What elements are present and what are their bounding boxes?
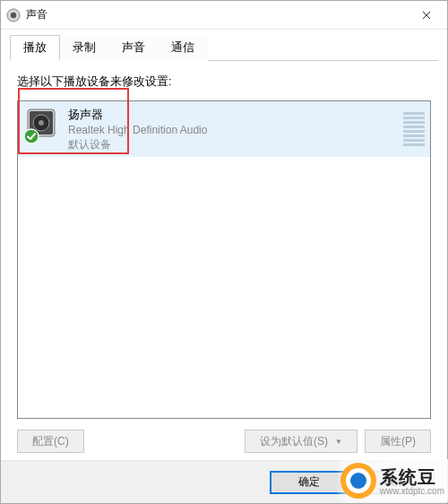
titlebar: 声音 (1, 1, 447, 30)
properties-button[interactable]: 属性(P) (365, 430, 431, 453)
device-status: 默认设备 (68, 137, 207, 152)
device-icon (25, 107, 61, 143)
set-default-button[interactable]: 设为默认值(S) ▼ (245, 430, 358, 453)
dialog-title: 声音 (26, 7, 47, 22)
device-text: 扬声器 Realtek High Definition Audio 默认设备 (68, 107, 207, 152)
playback-device-list[interactable]: 扬声器 Realtek High Definition Audio 默认设备 (17, 100, 431, 419)
svg-point-6 (24, 129, 39, 143)
playback-button-row: 配置(C) 设为默认值(S) ▼ 属性(P) (17, 430, 431, 453)
caret-down-icon: ▼ (335, 438, 342, 446)
tab-playback[interactable]: 播放 (10, 35, 60, 61)
tab-content-playback: 选择以下播放设备来修改设置: 扬声器 (1, 61, 447, 460)
svg-point-1 (11, 12, 16, 17)
close-button[interactable] (406, 1, 447, 29)
watermark: 系统豆 www.xtdptc.com (335, 459, 448, 502)
watermark-url: www.xtdptc.com (380, 486, 444, 496)
tab-recording[interactable]: 录制 (59, 35, 109, 61)
configure-button[interactable]: 配置(C) (17, 430, 84, 453)
level-meter (403, 110, 425, 146)
device-item-speakers[interactable]: 扬声器 Realtek High Definition Audio 默认设备 (18, 101, 430, 157)
svg-point-5 (39, 120, 44, 126)
tab-communications[interactable]: 通信 (158, 35, 208, 61)
device-driver: Realtek High Definition Audio (68, 123, 207, 137)
sound-dialog-icon (6, 8, 21, 22)
watermark-logo-icon (340, 463, 376, 499)
instruction-text: 选择以下播放设备来修改设置: (17, 74, 431, 90)
tab-sounds[interactable]: 声音 (108, 35, 159, 61)
tab-strip: 播放 录制 声音 通信 (1, 30, 447, 61)
default-check-icon (23, 128, 39, 144)
device-name: 扬声器 (68, 107, 207, 123)
sound-dialog-window: 声音 播放 录制 声音 通信 选择以下播放设备来修改设置: (0, 0, 448, 504)
